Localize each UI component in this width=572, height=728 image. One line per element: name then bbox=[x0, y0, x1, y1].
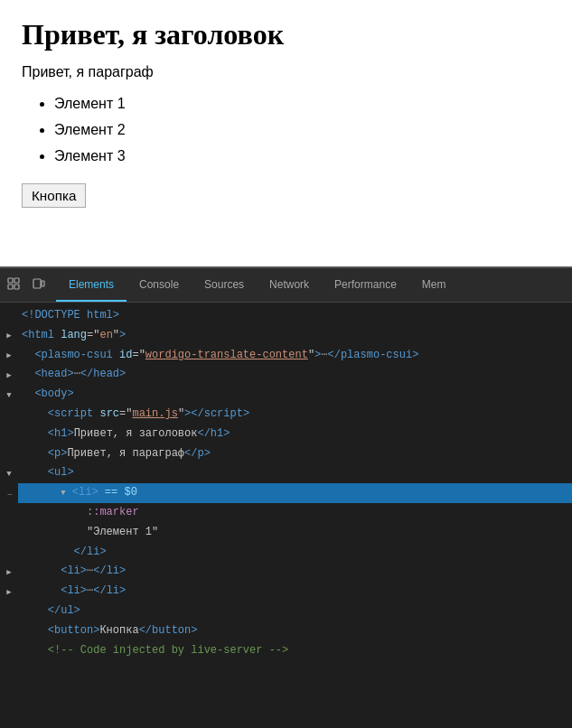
svg-rect-1 bbox=[14, 278, 19, 283]
svg-rect-5 bbox=[42, 281, 44, 286]
page-title: Привет, я заголовок bbox=[22, 18, 550, 51]
svg-rect-4 bbox=[33, 279, 41, 288]
tab-performance[interactable]: Performance bbox=[322, 268, 409, 302]
line-button: <button>Кнопка</button> bbox=[0, 621, 572, 641]
line-li-text: "Элемент 1" bbox=[0, 523, 572, 543]
line-body: ▼ <body> bbox=[0, 385, 572, 405]
list-item-2: Элемент 2 bbox=[54, 117, 550, 144]
device-icon[interactable] bbox=[29, 274, 49, 296]
line-h1: <h1>Привет, я заголовок</h1> bbox=[0, 425, 572, 444]
list-item-1: Элемент 1 bbox=[54, 91, 550, 117]
svg-rect-3 bbox=[14, 285, 19, 289]
devtools-tabs: Elements Console Sources Network Perform… bbox=[56, 268, 458, 302]
svg-rect-0 bbox=[8, 278, 13, 283]
devtools-toolbar: Elements Console Sources Network Perform… bbox=[0, 268, 572, 303]
line-li-selected[interactable]: … ▼ <li> == $0 bbox=[0, 483, 572, 503]
devtools-content: <!DOCTYPE html> ▶ <html lang="en"> ▶ <pl… bbox=[0, 303, 572, 728]
page-paragraph: Привет, я параграф bbox=[22, 64, 550, 80]
toolbar-icons bbox=[4, 274, 49, 296]
tab-network[interactable]: Network bbox=[257, 268, 322, 302]
line-ul: ▼ <ul> bbox=[0, 463, 572, 483]
tab-elements[interactable]: Elements bbox=[56, 268, 127, 302]
line-li-close: </li> bbox=[0, 543, 572, 563]
devtools-panel: Elements Console Sources Network Perform… bbox=[0, 266, 572, 728]
line-script: <script src="main.js"></script> bbox=[0, 405, 572, 425]
line-plasmo: ▶ <plasmo-csui id="wordigo-translate-con… bbox=[0, 346, 572, 366]
inspect-icon[interactable] bbox=[4, 274, 23, 296]
line-html: ▶ <html lang="en"> bbox=[0, 326, 572, 346]
page-list: Элемент 1 Элемент 2 Элемент 3 bbox=[54, 91, 550, 169]
line-li-2: ▶ <li>⋯</li> bbox=[0, 562, 572, 582]
line-head: ▶ <head>⋯</head> bbox=[0, 365, 572, 385]
line-p: <p>Привет, я параграф</p> bbox=[0, 444, 572, 464]
line-li-3: ▶ <li>⋯</li> bbox=[0, 582, 572, 602]
svg-rect-2 bbox=[8, 285, 13, 289]
tab-console[interactable]: Console bbox=[127, 268, 192, 302]
page-button[interactable]: Кнопка bbox=[22, 183, 86, 208]
tab-sources[interactable]: Sources bbox=[192, 268, 257, 302]
line-comment: <!-- Code injected by live-server --> bbox=[0, 641, 572, 661]
list-item-3: Элемент 3 bbox=[54, 144, 550, 170]
line-marker: ::marker bbox=[0, 503, 572, 523]
tab-memory[interactable]: Mem bbox=[409, 268, 459, 302]
page-content: Привет, я заголовок Привет, я параграф Э… bbox=[0, 0, 572, 266]
line-ul-close: </ul> bbox=[0, 602, 572, 621]
line-doctype: <!DOCTYPE html> bbox=[0, 306, 572, 326]
